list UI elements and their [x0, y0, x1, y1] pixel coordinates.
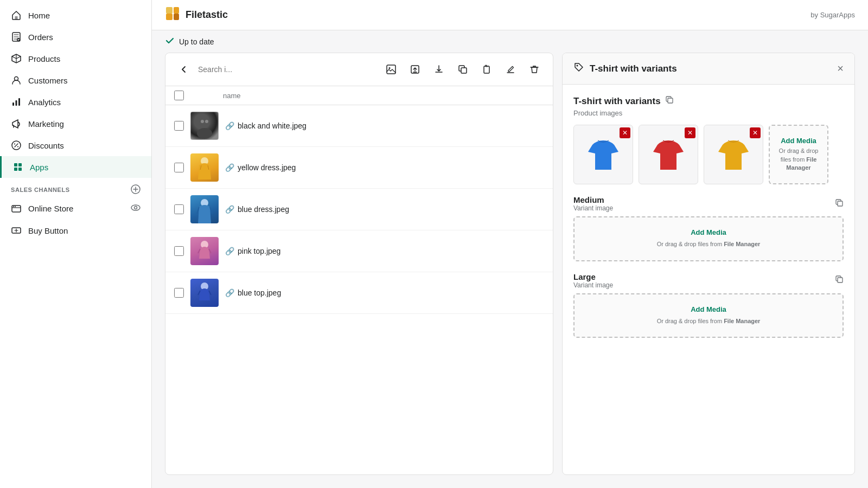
delete-image-button[interactable]: ✕ — [620, 127, 630, 138]
file-thumbnail — [190, 279, 219, 307]
select-all-checkbox[interactable] — [174, 91, 184, 100]
product-image-card[interactable]: ✕ — [704, 125, 763, 184]
file-checkbox[interactable] — [174, 288, 184, 298]
sidebar-item-label: Analytics — [28, 98, 61, 107]
svg-rect-39 — [668, 98, 673, 103]
svg-point-17 — [135, 207, 137, 209]
svg-point-16 — [131, 205, 140, 210]
upload-file-button[interactable] — [405, 60, 425, 79]
svg-rect-5 — [16, 100, 17, 106]
svg-rect-26 — [461, 68, 467, 73]
svg-rect-9 — [18, 163, 22, 166]
file-checkbox[interactable] — [174, 204, 184, 214]
delete-image-button[interactable]: ✕ — [685, 127, 695, 138]
variant-name: Large — [573, 272, 613, 281]
app-title: Filetastic — [165, 6, 228, 24]
file-row[interactable]: 🔗 pink top.jpeg — [165, 230, 553, 272]
file-name: 🔗 pink top.jpeg — [225, 247, 280, 255]
discounts-icon — [11, 140, 22, 151]
clipboard-button[interactable] — [477, 60, 496, 79]
status-bar: Up to date — [152, 30, 868, 53]
svg-rect-10 — [14, 168, 17, 171]
svg-rect-22 — [174, 7, 179, 14]
svg-point-14 — [13, 206, 14, 207]
add-media-card[interactable]: Add Media Or drag & dropfiles from FileM… — [769, 125, 828, 184]
svg-point-29 — [199, 117, 210, 128]
file-thumbnail — [190, 237, 219, 265]
sidebar-item-marketing[interactable]: Marketing — [0, 113, 151, 134]
download-button[interactable] — [429, 60, 449, 79]
add-sales-channel-icon[interactable] — [131, 184, 141, 195]
variant-add-card[interactable]: Add Media Or drag & drop files from File… — [573, 293, 844, 338]
link-icon: 🔗 — [225, 247, 234, 255]
svg-rect-41 — [838, 278, 843, 282]
svg-point-32 — [205, 120, 208, 123]
apps-icon — [12, 162, 23, 172]
sidebar-item-online-store[interactable]: Online Store — [0, 197, 151, 220]
sidebar-item-label: Apps — [30, 163, 48, 172]
marketing-icon — [11, 118, 22, 129]
sidebar-item-analytics[interactable]: Analytics — [0, 91, 151, 113]
variant-name: Medium — [573, 195, 613, 204]
top-bar: Filetastic by SugarApps — [152, 0, 868, 30]
variant-header: Large Variant image — [573, 272, 844, 289]
svg-rect-21 — [174, 14, 179, 20]
close-panel-button[interactable]: × — [837, 62, 844, 75]
file-row[interactable]: 🔗 blue top.jpeg — [165, 272, 553, 314]
variant-add-card[interactable]: Add Media Or drag & drop files from File… — [573, 216, 844, 261]
sidebar: Home Orders Products — [0, 0, 152, 488]
file-toolbar — [165, 53, 553, 86]
copy-button[interactable] — [453, 60, 473, 79]
sidebar-item-buy-button[interactable]: Buy Button — [0, 220, 151, 241]
sidebar-item-home[interactable]: Home — [0, 4, 151, 26]
file-row[interactable]: 🔗 black and white.jpeg — [165, 105, 553, 147]
products-icon — [11, 53, 22, 64]
image-view-button[interactable] — [381, 60, 401, 79]
file-checkbox[interactable] — [174, 246, 184, 256]
online-store-icon — [11, 203, 22, 214]
file-thumbnail — [190, 112, 219, 140]
analytics-icon — [11, 97, 22, 107]
svg-rect-40 — [838, 201, 843, 206]
product-image-card[interactable]: ✕ — [639, 125, 698, 184]
visibility-icon[interactable] — [131, 203, 141, 214]
copy-icon[interactable] — [665, 95, 674, 107]
sidebar-item-label: Orders — [28, 33, 53, 42]
product-image-card[interactable]: ✕ — [573, 125, 633, 184]
copy-variant-icon[interactable] — [835, 275, 844, 286]
file-row[interactable]: 🔗 blue dress.jpeg — [165, 189, 553, 230]
product-images-title: T-shirt with variants — [573, 95, 844, 107]
sidebar-nav: Home Orders Products — [0, 0, 151, 488]
by-sugarapps: by SugarApps — [810, 11, 855, 19]
svg-rect-4 — [12, 102, 14, 106]
buy-button-icon — [11, 225, 22, 236]
copy-variant-icon[interactable] — [835, 198, 844, 209]
sidebar-item-label: Products — [28, 54, 60, 63]
sidebar-item-label: Home — [28, 11, 50, 20]
status-check-icon — [165, 36, 175, 47]
sidebar-item-apps[interactable]: Apps — [0, 156, 151, 178]
file-name: 🔗 yellow dress.jpeg — [225, 163, 296, 172]
sidebar-item-orders[interactable]: Orders — [0, 26, 151, 48]
rename-button[interactable] — [501, 60, 520, 79]
svg-rect-28 — [486, 66, 488, 67]
name-column-header: name — [223, 92, 241, 100]
file-panel: name — [165, 53, 553, 475]
file-checkbox[interactable] — [174, 163, 184, 172]
sidebar-item-products[interactable]: Products — [0, 48, 151, 69]
delete-image-button[interactable]: ✕ — [750, 127, 761, 138]
sidebar-item-customers[interactable]: Customers — [0, 69, 151, 91]
delete-button[interactable] — [525, 60, 544, 79]
main-content: Filetastic by SugarApps Up to date — [152, 0, 868, 488]
right-panel-body: T-shirt with variants Product images — [563, 85, 854, 474]
file-row[interactable]: 🔗 yellow dress.jpeg — [165, 147, 553, 189]
sidebar-item-discounts[interactable]: Discounts — [0, 134, 151, 156]
content-area: name — [152, 53, 868, 488]
back-button[interactable] — [174, 60, 194, 79]
buy-button-label: Buy Button — [28, 226, 68, 235]
file-checkbox[interactable] — [174, 121, 184, 131]
search-input[interactable] — [198, 65, 377, 74]
file-list: 🔗 black and white.jpeg — [165, 105, 553, 474]
svg-rect-23 — [387, 65, 395, 74]
status-label: Up to date — [179, 37, 214, 46]
